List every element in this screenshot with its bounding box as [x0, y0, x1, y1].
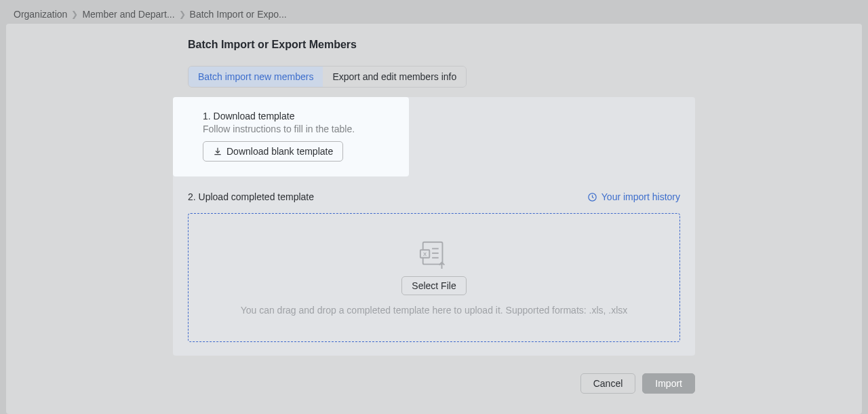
download-template-button[interactable]: Download blank template: [203, 141, 343, 162]
chevron-right-icon: ❯: [179, 10, 186, 19]
import-button[interactable]: Import: [642, 373, 695, 394]
step2-title: 2. Upload completed template: [188, 191, 314, 202]
footer-actions: Cancel Import: [173, 373, 695, 394]
download-icon: [213, 147, 222, 156]
step1-title: 1. Download template: [203, 111, 394, 121]
svg-text:X: X: [423, 251, 427, 257]
breadcrumb-batch: Batch Import or Expo...: [190, 9, 287, 20]
upload-dropzone[interactable]: X Select File You can drag and drop a co…: [188, 213, 680, 342]
step2-upload: 2. Upload completed template Your import…: [173, 176, 695, 342]
tab-group: Batch import new members Export and edit…: [188, 66, 467, 88]
import-steps-card: 1. Download template Follow instructions…: [173, 97, 695, 356]
step1-download-template: 1. Download template Follow instructions…: [173, 97, 409, 176]
download-template-label: Download blank template: [226, 146, 333, 157]
dropzone-hint: You can drag and drop a completed templa…: [241, 305, 628, 316]
breadcrumb-organization[interactable]: Organization: [14, 9, 67, 20]
main-panel: Batch Import or Export Members Batch imp…: [6, 24, 862, 414]
select-file-button[interactable]: Select File: [401, 276, 466, 295]
step1-desc: Follow instructions to fill in the table…: [203, 124, 394, 134]
tab-export-edit[interactable]: Export and edit members info: [323, 67, 466, 87]
file-upload-icon: X: [418, 240, 450, 269]
chevron-right-icon: ❯: [71, 10, 78, 19]
cancel-button[interactable]: Cancel: [580, 373, 636, 394]
tab-batch-import[interactable]: Batch import new members: [189, 67, 323, 87]
page-title: Batch Import or Export Members: [188, 39, 695, 51]
clock-icon: [587, 192, 597, 202]
import-history-link[interactable]: Your import history: [587, 191, 680, 202]
breadcrumb-member-dept[interactable]: Member and Depart...: [82, 9, 174, 20]
import-history-label: Your import history: [601, 191, 680, 202]
